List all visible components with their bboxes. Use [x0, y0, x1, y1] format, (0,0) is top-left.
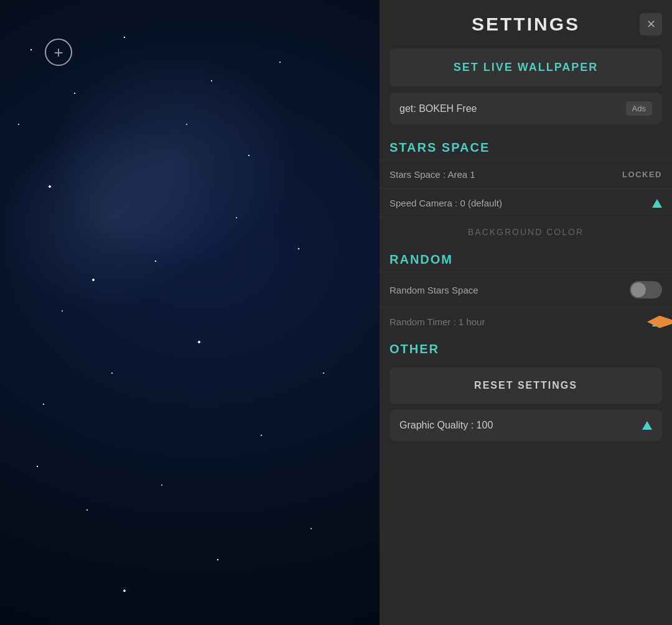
- random-timer-label: Random Timer : 1 hour: [390, 317, 485, 327]
- graphic-quality-label: Graphic Quality : 100: [399, 420, 493, 431]
- setting-row-random-stars-space: Random Stars Space: [380, 272, 672, 307]
- background-color-label: BACKGROUND COLOR: [468, 227, 584, 237]
- ads-bar: get: BOKEH Free Ads: [390, 93, 662, 124]
- random-stars-space-toggle[interactable]: [630, 281, 662, 299]
- close-button[interactable]: ✕: [640, 13, 662, 35]
- ads-bar-text: get: BOKEH Free: [399, 103, 477, 114]
- section-label-other: OTHER: [380, 336, 672, 361]
- panel-header: SETTINGS ✕: [380, 0, 672, 49]
- plus-icon[interactable]: [45, 39, 72, 66]
- graphic-quality-triangle-icon[interactable]: [642, 421, 652, 430]
- panel-title: SETTINGS: [472, 14, 580, 35]
- setting-row-random-timer: Random Timer : 1 hour: [380, 307, 672, 336]
- speed-camera-triangle-icon[interactable]: [652, 199, 662, 208]
- setting-row-speed-camera: Speed Camera : 0 (default): [380, 188, 672, 217]
- orange-arrow-decoration: [647, 316, 672, 328]
- set-live-wallpaper-button[interactable]: SET LIVE WALLPAPER: [390, 49, 662, 86]
- speed-camera-label: Speed Camera : 0 (default): [390, 198, 502, 208]
- settings-panel: SETTINGS ✕ SET LIVE WALLPAPER get: BOKEH…: [380, 0, 672, 625]
- toggle-thumb: [631, 282, 646, 297]
- setting-row-stars-space-area: Stars Space : Area 1 LOCKED: [380, 160, 672, 188]
- random-stars-space-label: Random Stars Space: [390, 285, 478, 295]
- section-label-random: RANDOM: [380, 246, 672, 272]
- ads-badge: Ads: [626, 101, 652, 116]
- reset-settings-button[interactable]: RESET SETTINGS: [390, 368, 662, 404]
- section-label-stars-space: STARS SPACE: [380, 134, 672, 160]
- graphic-quality-row: Graphic Quality : 100: [390, 410, 662, 441]
- stars-space-area-label: Stars Space : Area 1: [390, 169, 475, 180]
- background-color-row: BACKGROUND COLOR: [380, 217, 672, 246]
- locked-badge: LOCKED: [622, 170, 662, 179]
